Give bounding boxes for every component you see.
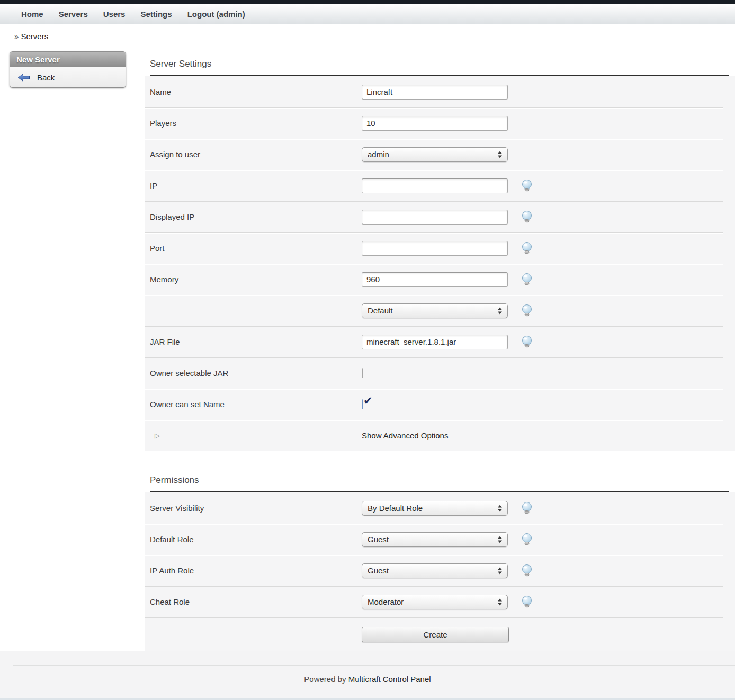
create-button[interactable]: Create	[362, 627, 509, 642]
name-label: Name	[145, 87, 362, 96]
advanced-options-row: ▷ Show Advanced Options	[145, 420, 735, 451]
footer-divider	[13, 665, 735, 666]
disclosure-triangle-icon[interactable]: ▷	[155, 432, 160, 439]
select-stepper-icon	[498, 598, 502, 605]
help-bulb-icon[interactable]	[521, 335, 533, 348]
help-bulb-icon[interactable]	[521, 501, 533, 515]
server-visibility-select[interactable]: By Default Role	[362, 501, 508, 516]
assign-to-user-row: Assign to user admin	[145, 139, 735, 170]
main-navigation: Home Servers Users Settings Logout (admi…	[0, 4, 735, 24]
show-advanced-options-link[interactable]: Show Advanced Options	[362, 431, 448, 440]
breadcrumb-link-servers[interactable]: Servers	[21, 32, 49, 41]
assign-to-user-value: admin	[368, 150, 389, 159]
ip-auth-role-select[interactable]: Guest	[362, 563, 508, 578]
permissions-section-header: Permissions	[145, 451, 735, 492]
back-label: Back	[37, 73, 55, 82]
cheat-role-row: Cheat Role Moderator	[145, 586, 735, 617]
default-role-label: Default Role	[145, 535, 362, 544]
default-select-value: Default	[368, 306, 393, 315]
footer-text: Powered by	[304, 675, 346, 684]
port-label: Port	[145, 244, 362, 253]
ip-auth-role-value: Guest	[368, 566, 389, 575]
section-title-permissions: Permissions	[150, 475, 735, 486]
back-arrow-icon	[17, 73, 30, 82]
owner-selectable-jar-checkbox[interactable]	[362, 368, 363, 378]
help-bulb-icon[interactable]	[521, 273, 533, 286]
memory-label: Memory	[145, 275, 362, 284]
owner-can-set-name-checkbox[interactable]	[362, 399, 363, 409]
nav-item-logout[interactable]: Logout (admin)	[187, 10, 245, 19]
ip-label: IP	[145, 181, 362, 190]
memory-field-row: Memory	[145, 264, 735, 295]
displayed-ip-field-row: Displayed IP	[145, 201, 735, 232]
name-field-row: Name	[145, 76, 735, 107]
nav-item-settings[interactable]: Settings	[140, 10, 172, 19]
assign-to-user-select[interactable]: admin	[362, 147, 508, 162]
create-button-row: Create	[145, 617, 735, 651]
select-stepper-icon	[498, 567, 502, 574]
form-area: Server Settings Name Players Assign to u…	[145, 43, 735, 651]
jar-file-row: JAR File	[145, 326, 735, 357]
breadcrumb: » Servers	[0, 24, 735, 43]
ip-input[interactable]	[362, 178, 508, 193]
select-stepper-icon	[498, 536, 502, 543]
nav-item-servers[interactable]: Servers	[59, 10, 88, 19]
help-bulb-icon[interactable]	[521, 210, 533, 223]
jar-file-label: JAR File	[145, 337, 362, 346]
default-role-select[interactable]: Guest	[362, 532, 508, 547]
server-visibility-label: Server Visibility	[145, 504, 362, 513]
players-field-row: Players	[145, 107, 735, 139]
window-top-strip	[0, 0, 735, 4]
cheat-role-select[interactable]: Moderator	[362, 595, 508, 609]
port-input[interactable]	[362, 241, 508, 256]
default-role-value: Guest	[368, 535, 389, 544]
ip-auth-role-row: IP Auth Role Guest	[145, 555, 735, 586]
players-input[interactable]	[362, 116, 508, 131]
select-stepper-icon	[498, 151, 502, 158]
world-type-row: Default	[145, 295, 735, 326]
owner-can-set-name-row: Owner can set Name	[145, 389, 735, 420]
panel-title: New Server	[10, 52, 126, 67]
back-button[interactable]: Back	[10, 67, 126, 87]
nav-item-users[interactable]: Users	[103, 10, 126, 19]
owner-can-set-name-label: Owner can set Name	[145, 400, 362, 409]
memory-input[interactable]	[362, 272, 508, 287]
cheat-role-value: Moderator	[368, 597, 404, 606]
jar-file-input[interactable]	[362, 335, 508, 349]
ip-field-row: IP	[145, 170, 735, 201]
name-input[interactable]	[362, 85, 508, 100]
help-bulb-icon[interactable]	[521, 304, 533, 317]
server-settings-section-header: Server Settings	[145, 43, 735, 76]
help-bulb-icon[interactable]	[521, 241, 533, 255]
cheat-role-label: Cheat Role	[145, 597, 362, 606]
nav-item-home[interactable]: Home	[21, 10, 43, 19]
owner-selectable-jar-row: Owner selectable JAR	[145, 357, 735, 389]
players-label: Players	[145, 119, 362, 128]
breadcrumb-marker: »	[14, 32, 19, 41]
assign-to-user-label: Assign to user	[145, 150, 362, 159]
new-server-panel: New Server Back	[10, 51, 126, 88]
bottom-strip	[0, 698, 735, 700]
displayed-ip-label: Displayed IP	[145, 212, 362, 221]
owner-selectable-jar-label: Owner selectable JAR	[145, 369, 362, 378]
server-visibility-row: Server Visibility By Default Role	[145, 492, 735, 524]
ip-auth-role-label: IP Auth Role	[145, 566, 362, 575]
select-stepper-icon	[498, 307, 502, 314]
page-footer: Powered by Multicraft Control Panel	[0, 651, 735, 700]
help-bulb-icon[interactable]	[521, 533, 533, 546]
default-select[interactable]: Default	[362, 303, 508, 318]
help-bulb-icon[interactable]	[521, 179, 533, 192]
default-role-row: Default Role Guest	[145, 524, 735, 555]
multicraft-link[interactable]: Multicraft Control Panel	[348, 675, 431, 684]
displayed-ip-input[interactable]	[362, 210, 508, 225]
port-field-row: Port	[145, 232, 735, 264]
section-title-server-settings: Server Settings	[150, 59, 735, 69]
help-bulb-icon[interactable]	[521, 595, 533, 608]
server-visibility-value: By Default Role	[368, 504, 423, 513]
help-bulb-icon[interactable]	[521, 564, 533, 577]
select-stepper-icon	[498, 505, 502, 511]
